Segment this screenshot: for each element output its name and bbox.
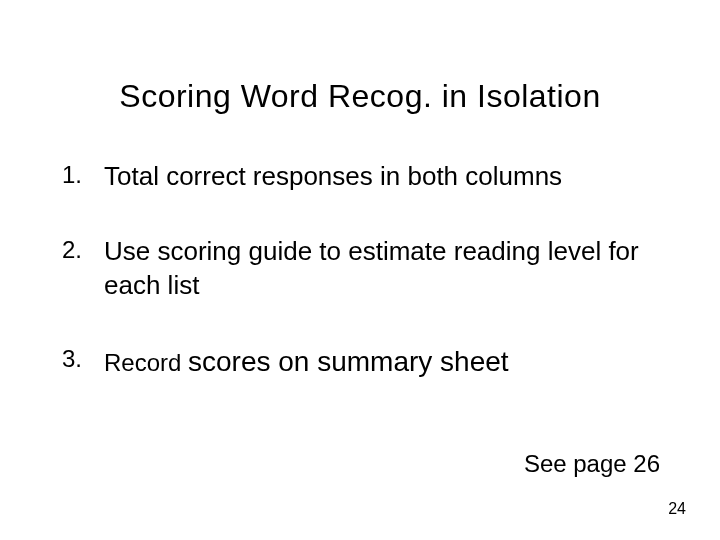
list-item-text: Record scores on summary sheet xyxy=(104,344,660,380)
list-item-number: 1. xyxy=(62,160,104,191)
list-item: 2. Use scoring guide to estimate reading… xyxy=(62,235,660,302)
page-number: 24 xyxy=(668,500,686,518)
slide: Scoring Word Recog. in Isolation 1. Tota… xyxy=(0,0,720,540)
list-item-number: 2. xyxy=(62,235,104,266)
list-item: 3. Record scores on summary sheet xyxy=(62,344,660,380)
list-item-emph: scores on summary sheet xyxy=(188,346,509,377)
list-item-text: Total correct responses in both columns xyxy=(104,160,660,193)
ordered-list: 1. Total correct responses in both colum… xyxy=(62,160,660,422)
see-reference: See page 26 xyxy=(524,450,660,478)
list-item-text: Use scoring guide to estimate reading le… xyxy=(104,235,660,302)
list-item: 1. Total correct responses in both colum… xyxy=(62,160,660,193)
list-item-number: 3. xyxy=(62,344,104,375)
slide-title: Scoring Word Recog. in Isolation xyxy=(0,78,720,115)
list-item-pre: Record xyxy=(104,349,188,376)
